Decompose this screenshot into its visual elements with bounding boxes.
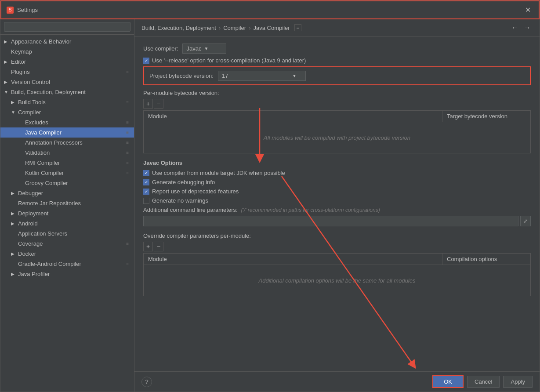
settings-icon: ≡ [126, 130, 130, 135]
generate-debugging-row: ✓ Generate debugging info [143, 179, 531, 185]
sidebar-item-editor[interactable]: ▶ Editor [0, 57, 134, 67]
settings-icon: ≡ [126, 120, 130, 125]
release-option-label: Use '--release' option for cross-compila… [152, 57, 306, 64]
expand-arrow: ▶ [11, 191, 16, 196]
expand-arrow: ▶ [11, 100, 16, 105]
sidebar-item-android[interactable]: ▶ Android [0, 218, 134, 229]
sidebar-item-coverage[interactable]: Coverage ≡ [0, 239, 134, 249]
search-input[interactable] [4, 22, 130, 32]
sidebar-item-excludes[interactable]: Excludes ≡ [0, 117, 134, 127]
breadcrumb: Build, Execution, Deployment › Compiler … [141, 24, 301, 31]
remove-module-button[interactable]: − [154, 99, 163, 109]
settings-icon: ≡ [126, 69, 130, 74]
module-column-header: Module [144, 111, 442, 122]
override-module-column-header: Module [144, 254, 442, 265]
ok-button[interactable]: OK [432, 375, 464, 388]
title-bar-left: S Settings [7, 7, 38, 14]
breadcrumb-settings-button[interactable]: ≡ [294, 24, 301, 31]
all-modules-hint: All modules will be compiled with projec… [264, 134, 410, 141]
nav-forward-button[interactable]: → [522, 23, 533, 33]
remove-override-button[interactable]: − [154, 242, 163, 251]
add-module-button[interactable]: + [143, 99, 153, 109]
expand-arrow: ▶ [11, 272, 16, 276]
apply-button[interactable]: Apply [503, 376, 533, 388]
use-compiler-module-checkbox[interactable]: ✓ [143, 170, 149, 176]
sidebar-item-label: Appearance & Behavior [11, 38, 71, 45]
sidebar-item-build-exec[interactable]: ▼ Build, Execution, Deployment [0, 87, 134, 97]
sidebar-item-label: Validation [25, 149, 50, 156]
sidebar-item-rmi-compiler[interactable]: RMI Compiler ≡ [0, 158, 134, 168]
settings-icon: ≡ [126, 241, 130, 246]
sidebar-item-annotation-processors[interactable]: Annotation Processors ≡ [0, 138, 134, 148]
target-column-header: Target bytecode version [442, 111, 530, 122]
dropdown-arrow-icon: ▼ [204, 46, 208, 51]
sidebar-item-keymap[interactable]: Keymap [0, 47, 134, 57]
per-module-label: Per-module bytecode version: [143, 90, 531, 96]
compiler-dropdown[interactable]: Javac ▼ [182, 44, 226, 54]
generate-debugging-checkbox[interactable]: ✓ [143, 179, 149, 185]
per-module-label-text: Per-module bytecode version: [143, 90, 219, 96]
override-options-column-header: Compilation options [442, 254, 530, 265]
breadcrumb-part2: Compiler [223, 25, 246, 31]
cmd-params-input[interactable] [143, 216, 518, 226]
sidebar-item-compiler[interactable]: ▼ Compiler [0, 107, 134, 117]
sidebar-item-app-servers[interactable]: Application Servers [0, 229, 134, 239]
dialog-title: Settings [17, 7, 38, 13]
sidebar-item-label: Application Servers [18, 230, 67, 237]
cancel-button[interactable]: Cancel [467, 376, 500, 388]
sidebar-item-label: Compiler [18, 109, 41, 116]
report-deprecated-checkbox[interactable]: ✓ [143, 189, 149, 195]
main-content: ▶ Appearance & Behavior Keymap ▶ Editor … [0, 19, 540, 392]
sidebar-item-debugger[interactable]: ▶ Debugger [0, 188, 134, 198]
override-label-text: Override compiler parameters per-module: [143, 232, 251, 239]
generate-no-warnings-checkbox[interactable] [143, 198, 149, 204]
add-override-button[interactable]: + [143, 242, 153, 251]
settings-icon: ≡ [126, 160, 130, 165]
breadcrumb-part1: Build, Execution, Deployment [141, 25, 216, 31]
bytecode-version-dropdown[interactable]: 17 ▼ [218, 71, 306, 81]
sidebar-item-label: Deployment [18, 210, 48, 217]
cmd-params-hint: ('/' recommended in paths for cross-plat… [241, 207, 380, 213]
sidebar-item-label: Editor [11, 58, 26, 65]
sidebar-item-java-profiler[interactable]: ▶ Java Profiler [0, 269, 134, 279]
sidebar-item-appearance[interactable]: ▶ Appearance & Behavior [0, 36, 134, 47]
breadcrumb-part3: Java Compiler [254, 25, 290, 31]
sidebar-item-validation[interactable]: Validation ≡ [0, 148, 134, 158]
override-hint: Additional compilation options will be t… [259, 277, 416, 284]
checkmark-icon: ✓ [145, 171, 148, 175]
sidebar-item-label: Gradle-Android Compiler [18, 261, 81, 267]
release-option-checkbox[interactable]: ✓ [143, 58, 149, 64]
override-table-toolbar: + − [143, 242, 531, 251]
sidebar-item-label: Version Control [11, 79, 50, 85]
expand-arrow: ▶ [4, 59, 9, 64]
nav-back-button[interactable]: ← [510, 23, 520, 33]
module-table-toolbar: + − [143, 99, 531, 109]
sidebar-item-label: Android [18, 220, 38, 227]
sidebar-item-java-compiler[interactable]: Java Compiler ≡ [0, 127, 134, 138]
help-button[interactable]: ? [141, 377, 152, 387]
checkmark-icon: ✓ [145, 180, 148, 185]
use-compiler-row: Use compiler: Javac ▼ [143, 44, 531, 54]
sidebar-item-label: Keymap [11, 48, 32, 55]
sidebar-item-label: Build Tools [18, 99, 46, 105]
settings-dialog: S Settings ✕ ▶ Appearance & Behavior Key… [0, 0, 540, 392]
expand-arrow: ▶ [11, 251, 16, 256]
cmd-expand-button[interactable]: ⤢ [520, 216, 531, 226]
sidebar-item-remote-jar[interactable]: Remote Jar Repositories [0, 198, 134, 208]
close-button[interactable]: ✕ [522, 5, 533, 15]
sidebar-item-kotlin-compiler[interactable]: Kotlin Compiler ≡ [0, 168, 134, 178]
content-scroll: Use compiler: Javac ▼ ✓ Use '--release' … [134, 36, 540, 371]
sidebar-item-deployment[interactable]: ▶ Deployment [0, 208, 134, 218]
sidebar-item-label: RMI Compiler [25, 160, 60, 166]
expand-arrow: ▶ [11, 211, 16, 216]
sidebar-item-plugins[interactable]: Plugins ≡ [0, 67, 134, 77]
sidebar-item-build-tools[interactable]: ▶ Build Tools ≡ [0, 97, 134, 107]
expand-arrow: ▼ [4, 90, 9, 94]
sidebar-item-gradle-android[interactable]: Gradle-Android Compiler ≡ [0, 259, 134, 269]
settings-icon: ≡ [126, 140, 130, 145]
sidebar-item-version-control[interactable]: ▶ Version Control [0, 77, 134, 87]
sidebar-item-groovy-compiler[interactable]: Groovy Compiler [0, 178, 134, 188]
bytecode-version-label: Project bytecode version: [149, 73, 214, 79]
override-table: Module Compilation options Additional co… [143, 253, 531, 296]
sidebar-item-docker[interactable]: ▶ Docker [0, 249, 134, 259]
